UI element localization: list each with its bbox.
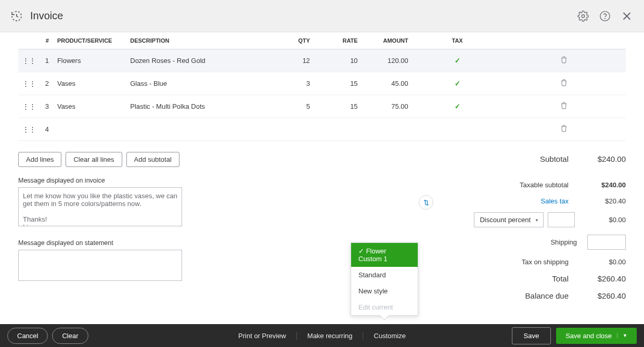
help-icon[interactable] xyxy=(598,9,612,23)
statement-message-label: Message displayed on statement xyxy=(18,239,182,247)
table-row[interactable]: ⋮⋮2VasesGlass - Blue31545.00✓ xyxy=(18,72,626,95)
invoice-message-input[interactable] xyxy=(18,187,182,226)
trash-icon[interactable] xyxy=(560,58,568,66)
row-rate[interactable]: 15 xyxy=(314,95,362,118)
make-recurring-link[interactable]: Make recurring xyxy=(297,332,364,340)
table-row[interactable]: ⋮⋮3VasesPlastic - Multi Polka Dots51575.… xyxy=(18,95,626,118)
check-icon: ✓ xyxy=(455,57,460,65)
add-subtotal-button[interactable]: Add subtotal xyxy=(126,152,179,167)
trash-icon[interactable] xyxy=(560,81,568,88)
line-items-table: # PRODUCT/SERVICE DESCRIPTION QTY RATE A… xyxy=(18,32,626,141)
save-and-close-button[interactable]: Save and close▼ xyxy=(556,328,637,344)
sales-tax-value: $20.40 xyxy=(579,197,626,205)
balance-due-value: $260.40 xyxy=(579,291,626,300)
check-icon: ✓ xyxy=(455,80,460,87)
row-description[interactable]: Plastic - Multi Polka Dots xyxy=(126,95,266,118)
check-icon: ✓ xyxy=(455,102,460,110)
customize-link[interactable]: Customize xyxy=(364,332,416,340)
history-icon[interactable] xyxy=(10,10,23,22)
row-product[interactable]: Vases xyxy=(53,72,126,95)
print-preview-link[interactable]: Print or Preview xyxy=(228,332,297,340)
gear-icon[interactable] xyxy=(576,9,590,23)
customize-menu-item[interactable]: Standard xyxy=(351,267,418,283)
subtotal-value: $240.00 xyxy=(579,155,626,163)
row-tax[interactable] xyxy=(413,118,503,141)
tax-on-shipping-value: $0.00 xyxy=(579,258,626,266)
row-qty[interactable]: 5 xyxy=(266,95,314,118)
clear-all-lines-button[interactable]: Clear all lines xyxy=(66,152,122,167)
row-tax[interactable]: ✓ xyxy=(413,49,503,72)
row-qty[interactable]: 12 xyxy=(266,49,314,72)
save-button[interactable]: Save xyxy=(512,327,551,344)
clear-button[interactable]: Clear xyxy=(52,328,88,344)
col-header-qty: QTY xyxy=(266,32,314,49)
customize-dropdown: ✓ Flower Custom 1StandardNew styleEdit c… xyxy=(351,242,418,316)
col-header-rate: RATE xyxy=(314,32,362,49)
row-product[interactable]: Flowers xyxy=(53,49,126,72)
check-icon: ✓ xyxy=(358,247,366,255)
discount-value-input[interactable] xyxy=(548,212,575,227)
drag-handle-icon[interactable]: ⋮⋮ xyxy=(18,49,32,72)
table-row[interactable]: ⋮⋮4 xyxy=(18,118,626,141)
close-icon[interactable] xyxy=(620,9,634,23)
drag-handle-icon[interactable]: ⋮⋮ xyxy=(18,95,32,118)
cancel-button[interactable]: Cancel xyxy=(7,328,48,344)
add-lines-button[interactable]: Add lines xyxy=(18,152,61,167)
col-header-amount: AMOUNT xyxy=(362,32,413,49)
statement-message-input[interactable] xyxy=(18,250,182,281)
balance-due-label: Balance due xyxy=(525,291,569,300)
sales-tax-link[interactable]: Sales tax xyxy=(541,197,569,205)
content-area: # PRODUCT/SERVICE DESCRIPTION QTY RATE A… xyxy=(0,32,644,324)
subtotal-label: Subtotal xyxy=(540,155,569,163)
row-qty[interactable] xyxy=(266,118,314,141)
col-header-num: # xyxy=(32,32,53,49)
row-description[interactable]: Dozen Roses - Red Gold xyxy=(126,49,266,72)
svg-point-0 xyxy=(582,15,585,18)
svg-point-2 xyxy=(605,18,606,19)
row-product[interactable]: Vases xyxy=(53,95,126,118)
footer-bar: Cancel Clear Print or Preview Make recur… xyxy=(0,324,644,347)
row-rate[interactable]: 15 xyxy=(314,72,362,95)
taxable-subtotal-value: $240.00 xyxy=(579,181,626,189)
svg-point-1 xyxy=(600,11,610,20)
tax-on-shipping-label: Tax on shipping xyxy=(522,258,569,266)
col-header-description: DESCRIPTION xyxy=(126,32,266,49)
table-row[interactable]: ⋮⋮1FlowersDozen Roses - Red Gold1210120.… xyxy=(18,49,626,72)
row-amount[interactable]: 120.00 xyxy=(362,49,413,72)
row-description[interactable]: Glass - Blue xyxy=(126,72,266,95)
total-label: Total xyxy=(552,274,569,283)
shipping-label: Shipping xyxy=(550,238,577,246)
col-header-tax: TAX xyxy=(413,32,503,49)
row-product[interactable] xyxy=(53,118,126,141)
invoice-message-label: Message displayed on invoice xyxy=(18,177,182,184)
row-qty[interactable]: 3 xyxy=(266,72,314,95)
drag-handle-icon[interactable]: ⋮⋮ xyxy=(18,72,32,95)
row-rate[interactable]: 10 xyxy=(314,49,362,72)
header-bar: Invoice xyxy=(0,0,644,32)
discount-type-select[interactable]: Discount percent xyxy=(474,212,544,227)
row-tax[interactable]: ✓ xyxy=(413,72,503,95)
row-description[interactable] xyxy=(126,118,266,141)
page-title: Invoice xyxy=(30,10,63,22)
customize-menu-item: Edit current xyxy=(351,299,418,315)
row-amount[interactable] xyxy=(362,118,413,141)
shipping-input[interactable] xyxy=(587,235,626,250)
row-rate[interactable] xyxy=(314,118,362,141)
row-amount[interactable]: 75.00 xyxy=(362,95,413,118)
trash-icon[interactable] xyxy=(560,104,568,111)
row-tax[interactable]: ✓ xyxy=(413,95,503,118)
chevron-down-icon[interactable]: ▼ xyxy=(617,333,627,338)
taxable-subtotal-label: Taxable subtotal xyxy=(520,181,569,189)
discount-amount: $0.00 xyxy=(579,216,626,224)
col-header-product: PRODUCT/SERVICE xyxy=(53,32,126,49)
customize-menu-item[interactable]: ✓ Flower Custom 1 xyxy=(351,243,418,267)
customize-menu-item[interactable]: New style xyxy=(351,283,418,299)
swap-icon[interactable]: ⇅ xyxy=(419,195,433,210)
trash-icon[interactable] xyxy=(560,126,568,134)
total-value: $260.40 xyxy=(579,274,626,283)
drag-handle-icon[interactable]: ⋮⋮ xyxy=(18,118,32,141)
row-amount[interactable]: 45.00 xyxy=(362,72,413,95)
